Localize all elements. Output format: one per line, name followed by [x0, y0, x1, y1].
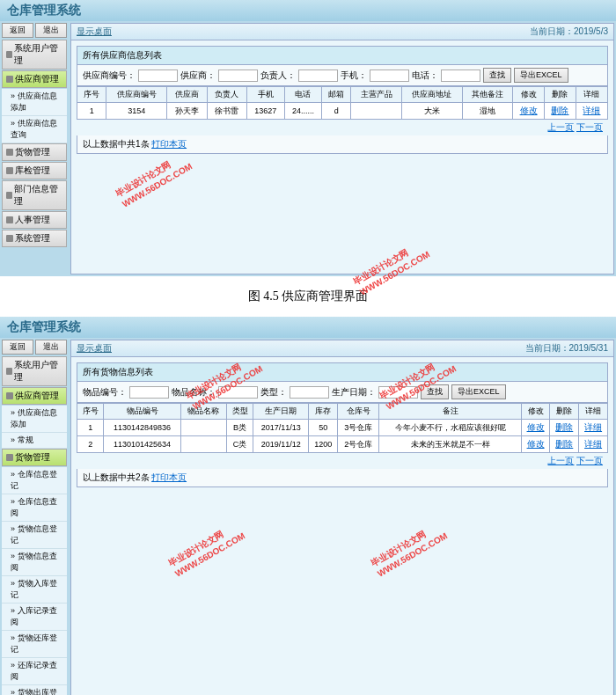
- header: 仓库管理系统: [0, 317, 616, 338]
- prev-page[interactable]: 上一页: [547, 456, 574, 465]
- search-input[interactable]: [218, 70, 258, 82]
- sidebar-group[interactable]: 系统管理: [2, 230, 67, 247]
- table-header: 备注: [379, 404, 521, 420]
- search-input[interactable]: [218, 386, 258, 399]
- sidebar-item[interactable]: » 供应商信息添加: [2, 89, 67, 116]
- content: 所有货物信息列表 物品编号：物品名称：类型：生产日期：查找导出EXCEL 序号物…: [71, 357, 613, 695]
- app-body: 返回 退出 系统用户管理供应商管理» 供应商信息添加» 常规货物管理» 仓库信息…: [0, 338, 616, 695]
- sidebar-group[interactable]: 供应商管理: [2, 70, 67, 88]
- row-action-link[interactable]: 删除: [555, 422, 573, 432]
- search-input[interactable]: [290, 386, 329, 399]
- table-header: 手机: [246, 87, 284, 103]
- sidebar-group[interactable]: 部门信息管理: [2, 180, 67, 210]
- search-button[interactable]: 查找: [421, 384, 449, 399]
- exit-button[interactable]: 退出: [35, 340, 67, 355]
- row-action-link[interactable]: 详细: [584, 422, 602, 432]
- table-cell: d: [322, 103, 351, 120]
- table-cell: 50: [309, 420, 338, 436]
- back-button[interactable]: 返回: [2, 340, 33, 355]
- table-cell: 24......: [284, 103, 322, 120]
- export-button[interactable]: 导出EXCEL: [451, 384, 506, 399]
- search-input[interactable]: [129, 386, 169, 399]
- app-body: 返回 退出 系统用户管理供应商管理» 供应商信息添加» 供应商信息查询货物管理库…: [0, 21, 616, 276]
- chk-icon: [6, 167, 13, 174]
- sidebar-item[interactable]: » 货物信息查阅: [2, 549, 67, 576]
- row-action-link[interactable]: 详细: [584, 439, 602, 449]
- next-page[interactable]: 下一页: [576, 456, 603, 465]
- search-label: 生产日期：: [332, 386, 376, 399]
- sidebar-group[interactable]: 人事管理: [2, 211, 67, 229]
- sidebar-item[interactable]: » 供应商信息查询: [2, 116, 67, 143]
- sidebar-item[interactable]: » 还库记录查阅: [2, 658, 67, 685]
- row-action-link[interactable]: 修改: [527, 439, 545, 449]
- search-input[interactable]: [370, 70, 409, 82]
- row-action-link[interactable]: 详细: [583, 106, 600, 115]
- table-cell: 1: [77, 420, 104, 436]
- sidebar-item[interactable]: » 常规: [2, 433, 67, 449]
- export-button[interactable]: 导出EXCEL: [514, 68, 568, 83]
- breadcrumb: 显示桌面 当前日期：2019/5/3: [71, 24, 613, 40]
- app-title: 仓库管理系统: [7, 3, 81, 18]
- search-input[interactable]: [441, 70, 480, 82]
- table-cell: 1130101425634: [104, 436, 180, 453]
- table-footer: 以上数据中共2条 打印本页: [77, 469, 608, 487]
- sidebar-item[interactable]: » 供应商信息添加: [2, 406, 67, 433]
- sidebar-group-label: 系统用户管理: [14, 42, 62, 67]
- crumb-link[interactable]: 显示桌面: [77, 342, 112, 355]
- table-cell: [180, 436, 226, 453]
- sidebar-group[interactable]: 货物管理: [2, 449, 67, 466]
- sidebar-item[interactable]: » 仓库信息查阅: [2, 494, 67, 522]
- table-header: 供应商编号: [106, 87, 167, 103]
- table-header: 物品名称: [180, 404, 226, 420]
- sidebar-item[interactable]: » 货物信息登记: [2, 522, 67, 549]
- crumb-link[interactable]: 显示桌面: [77, 26, 112, 38]
- date-label: 当前日期：2019/5/3: [530, 26, 608, 38]
- search-label: 供应商编号：: [83, 70, 136, 82]
- data-table: 序号物品编号物品名称类型生产日期库存仓库号备注修改删除详细11130142849…: [77, 403, 608, 453]
- table-header: 删除: [545, 87, 576, 103]
- app-supplier: 仓库管理系统 返回 退出 系统用户管理供应商管理» 供应商信息添加» 供应商信息…: [0, 0, 616, 276]
- sidebar-group[interactable]: 库检管理: [2, 162, 67, 179]
- row-action-link[interactable]: 删除: [555, 439, 573, 449]
- sidebar-group[interactable]: 货物管理: [2, 143, 67, 161]
- table-footer: 以上数据中共1条 打印本页: [77, 135, 608, 154]
- search-label: 电话：: [412, 70, 438, 82]
- search-input[interactable]: [378, 386, 418, 399]
- sidebar-group-label: 货物管理: [15, 146, 50, 158]
- box-icon: [6, 392, 13, 399]
- row-action-link[interactable]: 修改: [527, 422, 545, 432]
- sidebar-item[interactable]: » 货物出库登记: [2, 685, 67, 695]
- sidebar-group[interactable]: 系统用户管理: [2, 40, 67, 70]
- table-cell: 孙天李: [167, 103, 207, 120]
- row-action-link[interactable]: 修改: [520, 106, 538, 115]
- search-input[interactable]: [298, 70, 338, 82]
- sidebar-item[interactable]: » 入库记录查阅: [2, 604, 67, 631]
- sidebar-item[interactable]: » 仓库信息登记: [2, 467, 67, 494]
- row-action-link[interactable]: 删除: [551, 106, 568, 115]
- pkg-icon: [6, 149, 13, 156]
- date-label: 当前日期：2019/5/31: [525, 342, 609, 355]
- sidebar-group-label: 系统用户管理: [14, 359, 62, 384]
- box-icon: [6, 76, 13, 83]
- sidebar-item[interactable]: » 货物还库登记: [2, 631, 67, 658]
- print-link[interactable]: 打印本页: [151, 139, 187, 149]
- sidebar-item[interactable]: » 货物入库登记: [2, 576, 67, 604]
- sidebar-group-label: 货物管理: [15, 451, 50, 464]
- footer-text: 以上数据中共2条: [83, 472, 150, 482]
- sidebar-group[interactable]: 系统用户管理: [2, 356, 67, 386]
- table-header: 修改: [521, 404, 550, 420]
- table-cell: 2019/11/12: [253, 436, 309, 453]
- back-button[interactable]: 返回: [2, 23, 33, 38]
- next-page[interactable]: 下一页: [576, 122, 603, 132]
- print-link[interactable]: 打印本页: [151, 472, 187, 482]
- table-cell: [180, 420, 226, 436]
- search-button[interactable]: 查找: [483, 68, 511, 83]
- table-header: 详细: [576, 87, 607, 103]
- sidebar-top: 返回 退出: [2, 340, 67, 355]
- sidebar: 返回 退出 系统用户管理供应商管理» 供应商信息添加» 常规货物管理» 仓库信息…: [0, 338, 69, 695]
- user-icon: [6, 51, 12, 58]
- sidebar-group[interactable]: 供应商管理: [2, 387, 67, 405]
- prev-page[interactable]: 上一页: [547, 122, 574, 132]
- exit-button[interactable]: 退出: [35, 23, 67, 38]
- search-input[interactable]: [138, 70, 178, 82]
